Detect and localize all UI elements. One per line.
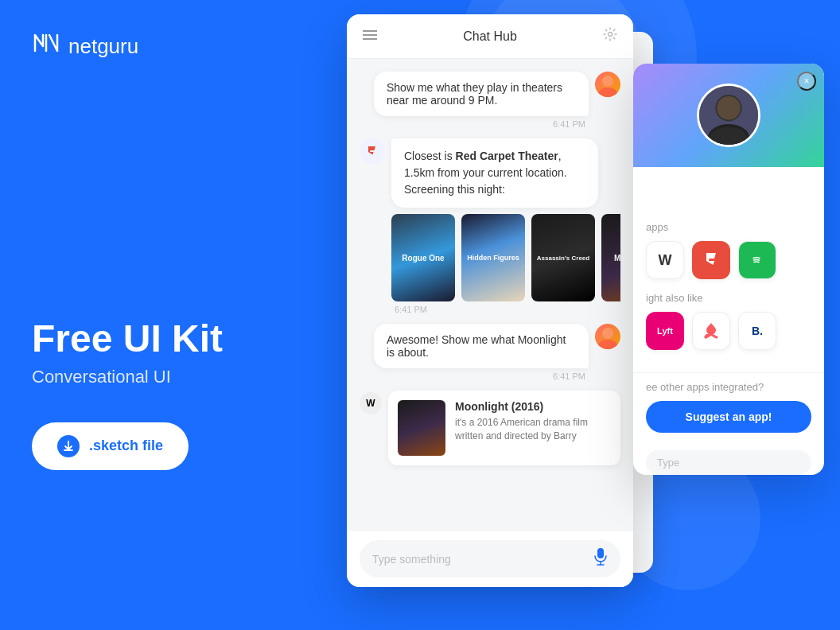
other-apps-text: ee other apps integrated?	[646, 381, 811, 393]
svg-point-5	[598, 88, 617, 97]
wiki-title: Moonlight (2016)	[455, 400, 611, 413]
settings-icon[interactable]	[603, 27, 617, 45]
apps-section: apps W ight also like	[633, 167, 824, 372]
hero-title: Free UI Kit	[32, 318, 334, 360]
app-foursquare[interactable]	[692, 241, 730, 279]
poster-title-3: Assassin's Creed	[537, 255, 589, 262]
bot-message-1: Closest is Red Carpet Theater, 1.5km fro…	[360, 138, 620, 208]
app-wikipedia[interactable]: W	[646, 241, 684, 279]
suggest-app-button[interactable]: Suggest an app!	[646, 401, 811, 433]
other-apps-section: ee other apps integrated? Suggest an app…	[633, 372, 824, 444]
logo-icon	[32, 29, 60, 64]
user-avatar-2	[595, 324, 620, 349]
user-message-1-time: 6:41 PM	[360, 119, 620, 129]
movie-posters: Rogue One Hidden Figures Assassin's Cree…	[391, 214, 620, 301]
wiki-description: it's a 2016 American drama film written …	[455, 416, 611, 443]
app-booking[interactable]: B.	[738, 312, 776, 350]
apps-section-title: apps	[646, 221, 811, 233]
user-message-2: Awesome! Show me what Moonlight is about…	[360, 324, 620, 368]
svg-point-14	[717, 96, 741, 120]
movie-poster-1[interactable]: Rogue One	[391, 214, 455, 301]
foursquare-icon	[360, 138, 385, 164]
app-lyft[interactable]: Lyft	[646, 312, 684, 350]
poster-title-4: Moonlight	[614, 254, 620, 262]
user-bubble-2: Awesome! Show me what Moonlight is about…	[374, 324, 589, 368]
poster-title-2: Hidden Figures	[467, 254, 519, 262]
chat-input-box[interactable]: Type something	[360, 540, 620, 578]
download-button[interactable]: .sketch file	[32, 422, 189, 470]
app-airbnb[interactable]	[692, 312, 730, 350]
also-like-title: ight also like	[646, 292, 811, 304]
movie-poster-2[interactable]: Hidden Figures	[461, 214, 525, 301]
svg-point-7	[598, 340, 617, 349]
svg-point-6	[602, 328, 613, 339]
svg-point-4	[602, 76, 613, 87]
menu-icon[interactable]	[363, 28, 377, 45]
download-label: .sketch file	[89, 438, 163, 454]
apps-grid-row1: W	[646, 241, 811, 279]
chat-input-area: Type something	[347, 530, 633, 587]
bot-bubble-1: Closest is Red Carpet Theater, 1.5km fro…	[391, 138, 598, 208]
brand-name: netguru	[68, 34, 138, 59]
user-bubble-1: Show me what they play in theaters near …	[374, 72, 589, 116]
poster-title-1: Rogue One	[402, 254, 444, 262]
hero-subtitle: Conversational UI	[32, 367, 334, 387]
wiki-card: Moonlight (2016) it's a 2016 American dr…	[388, 391, 620, 465]
close-button[interactable]: ×	[797, 72, 816, 91]
microphone-icon[interactable]	[593, 548, 608, 570]
bot-message-1-time: 6:41 PM	[360, 305, 620, 314]
hero-content: Free UI Kit Conversational UI	[32, 318, 334, 413]
app-spotify[interactable]	[738, 241, 776, 279]
poster-bg-3: Assassin's Creed	[531, 214, 595, 301]
side-panel: × apps W	[633, 64, 824, 475]
profile-avatar	[697, 84, 760, 147]
chat-window: Chat Hub Show me what they play in theat…	[347, 14, 633, 587]
logo: netguru	[32, 29, 334, 64]
download-icon	[57, 435, 80, 457]
wiki-text: Moonlight (2016) it's a 2016 American dr…	[455, 400, 611, 456]
mockup-area: Chat Hub Show me what they play in theat…	[323, 0, 840, 630]
left-panel: netguru Free UI Kit Conversational UI .s…	[32, 0, 334, 630]
wikipedia-badge: W	[360, 392, 382, 414]
chat-input-placeholder: Type something	[372, 553, 451, 566]
svg-rect-8	[597, 548, 604, 558]
user-message-2-time: 6:41 PM	[360, 371, 620, 381]
user-avatar	[595, 72, 620, 97]
poster-bg-1: Rogue One	[391, 214, 455, 301]
poster-bg-4: Moonlight	[601, 214, 620, 301]
chat-body[interactable]: Show me what they play in theaters near …	[347, 59, 633, 536]
chat-title: Chat Hub	[463, 29, 517, 44]
movie-poster-3[interactable]: Assassin's Creed	[531, 214, 595, 301]
poster-bg-2: Hidden Figures	[461, 214, 525, 301]
chat-header: Chat Hub	[347, 14, 633, 59]
user-message-1: Show me what they play in theaters near …	[360, 72, 620, 116]
theater-name: Red Carpet Theater	[456, 150, 558, 162]
type-input-mini[interactable]: Type	[646, 450, 811, 475]
movie-poster-4[interactable]: Moonlight	[601, 214, 620, 301]
type-placeholder: Type	[657, 457, 679, 469]
wiki-thumbnail	[398, 400, 445, 456]
svg-point-3	[609, 33, 612, 37]
apps-grid-row2: Lyft B.	[646, 312, 811, 350]
